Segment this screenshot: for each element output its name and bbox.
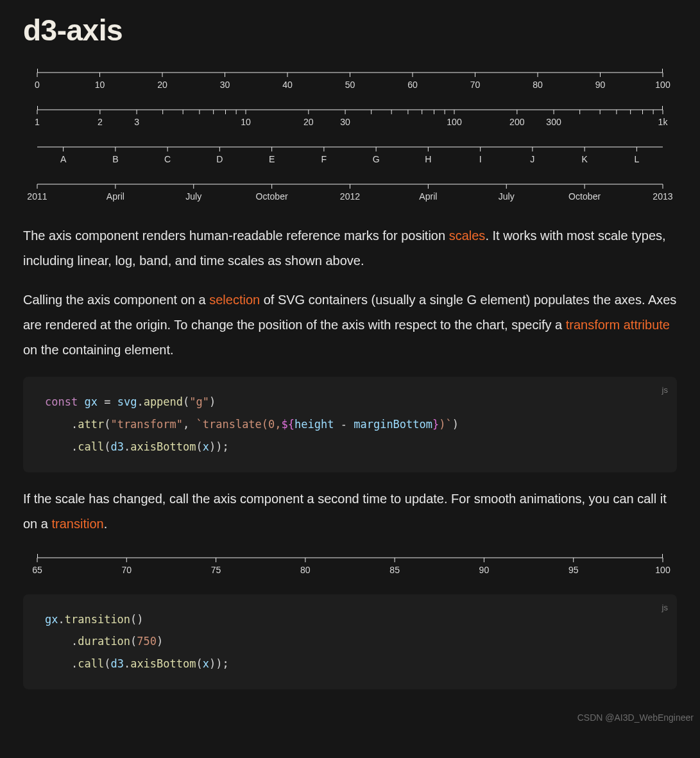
text: . — [104, 517, 108, 531]
svg-text:80: 80 — [533, 80, 543, 90]
svg-text:2011: 2011 — [27, 191, 47, 202]
svg-text:90: 90 — [595, 80, 606, 90]
svg-text:A: A — [60, 154, 67, 164]
svg-text:300: 300 — [546, 117, 561, 127]
svg-text:20: 20 — [157, 80, 167, 90]
svg-text:2012: 2012 — [340, 191, 360, 202]
svg-text:1k: 1k — [658, 117, 669, 127]
svg-text:C: C — [164, 154, 171, 164]
svg-text:2: 2 — [98, 117, 103, 127]
svg-text:D: D — [216, 154, 223, 164]
axis-log: 1231020301002003001k — [23, 103, 677, 135]
svg-text:10: 10 — [95, 80, 105, 90]
svg-text:50: 50 — [345, 80, 355, 90]
svg-text:95: 95 — [568, 565, 579, 575]
axis-band: ABCDEFGHIJKL — [23, 140, 677, 172]
paragraph-intro: The axis component renders human-readabl… — [23, 223, 677, 273]
svg-text:E: E — [269, 154, 275, 164]
svg-text:70: 70 — [121, 565, 132, 575]
paragraph-update: If the scale has changed, call the axis … — [23, 487, 677, 537]
page-title: d3-axis — [23, 13, 677, 47]
text: on the containing element. — [23, 343, 174, 357]
svg-text:100: 100 — [447, 117, 462, 127]
svg-text:F: F — [321, 154, 327, 164]
code-language-badge: js — [662, 599, 668, 617]
svg-text:April: April — [107, 191, 124, 202]
link-transition[interactable]: transition — [51, 517, 103, 531]
svg-text:30: 30 — [220, 80, 230, 90]
code-content: gx.transition() .duration(750) .call(d3.… — [45, 608, 655, 676]
text: If the scale has changed, call the axis … — [23, 492, 667, 531]
svg-text:100: 100 — [655, 80, 670, 90]
svg-text:0: 0 — [35, 80, 40, 90]
svg-text:J: J — [530, 154, 534, 164]
code-block-create-axis: js const gx = svg.append("g") .attr("tra… — [23, 377, 677, 472]
svg-text:90: 90 — [479, 565, 490, 575]
svg-text:October: October — [568, 191, 601, 202]
svg-text:April: April — [419, 191, 437, 202]
svg-text:October: October — [256, 191, 288, 202]
svg-text:H: H — [425, 154, 431, 164]
code-content: const gx = svg.append("g") .attr("transf… — [45, 391, 655, 458]
svg-text:100: 100 — [655, 565, 670, 575]
code-language-badge: js — [662, 382, 668, 399]
svg-text:3: 3 — [134, 117, 139, 127]
svg-text:30: 30 — [340, 117, 350, 127]
svg-text:200: 200 — [509, 117, 525, 127]
watermark: CSDN @AI3D_WebEngineer — [577, 712, 694, 723]
svg-text:70: 70 — [470, 80, 481, 90]
link-scales[interactable]: scales — [449, 228, 486, 243]
link-selection[interactable]: selection — [209, 293, 260, 307]
svg-text:2013: 2013 — [653, 191, 672, 202]
svg-text:G: G — [373, 154, 380, 164]
link-transform-attribute[interactable]: transform attribute — [566, 318, 670, 332]
svg-text:75: 75 — [211, 565, 221, 575]
svg-text:1: 1 — [35, 117, 40, 127]
svg-text:July: July — [499, 191, 515, 202]
svg-text:10: 10 — [241, 117, 251, 127]
svg-text:40: 40 — [282, 80, 293, 90]
svg-text:85: 85 — [389, 565, 400, 575]
svg-text:65: 65 — [32, 565, 42, 575]
svg-text:K: K — [581, 154, 588, 164]
axis-linear-zoomed: 65707580859095100 — [23, 551, 677, 583]
svg-text:L: L — [634, 154, 639, 164]
svg-text:I: I — [479, 154, 482, 164]
svg-text:60: 60 — [407, 80, 418, 90]
axis-time: 2011AprilJulyOctober2012AprilJulyOctober… — [23, 177, 677, 209]
paragraph-selection: Calling the axis component on a selectio… — [23, 288, 677, 363]
axis-linear: 0102030405060708090100 — [23, 65, 677, 98]
code-block-update-axis: js gx.transition() .duration(750) .call(… — [23, 594, 677, 690]
svg-text:20: 20 — [303, 117, 314, 127]
svg-text:B: B — [112, 154, 118, 164]
svg-text:80: 80 — [300, 565, 311, 575]
text: Calling the axis component on a — [23, 293, 209, 307]
text: The axis component renders human-readabl… — [23, 228, 449, 243]
svg-text:July: July — [185, 191, 201, 202]
